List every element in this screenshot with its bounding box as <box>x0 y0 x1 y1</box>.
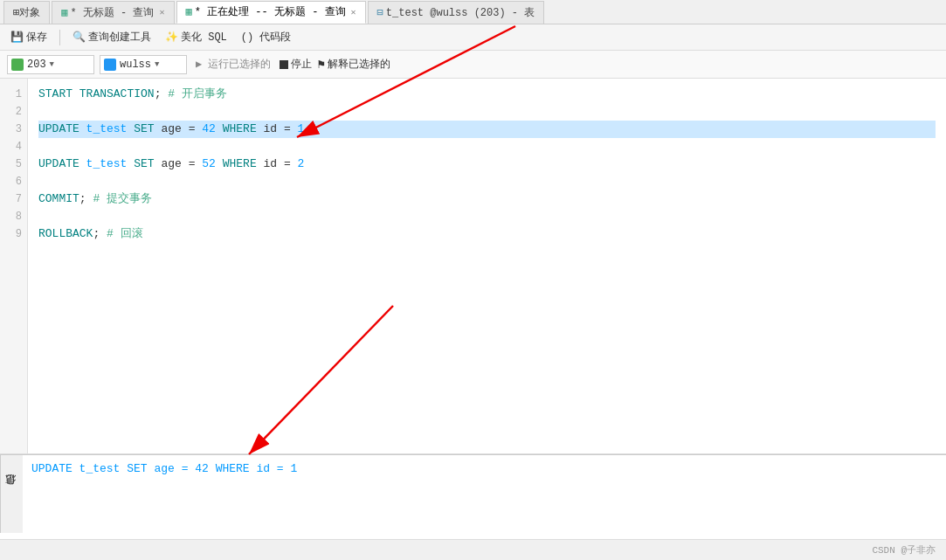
code-line-2 <box>38 103 936 121</box>
tab-table[interactable]: ⊟ t_test @wulss (203) - 表 <box>368 1 545 24</box>
close-icon-active[interactable]: ✕ <box>351 7 356 17</box>
line-num-2: 2 <box>0 103 27 121</box>
line-num-7: 7 <box>0 190 27 208</box>
tab-processing-query[interactable]: ▦ * 正在处理 -- 无标题 - 查询 ✕ <box>176 1 366 24</box>
beautify-icon: ✨ <box>165 31 178 44</box>
db-green-icon <box>11 59 24 71</box>
line-num-6: 6 <box>0 173 27 190</box>
chevron-down-icon-2: ▼ <box>155 60 159 69</box>
line-num-5: 5 <box>0 156 27 173</box>
status-bar: CSDN @子非亦 <box>0 539 946 560</box>
explain-icon: ⚑ <box>317 57 324 72</box>
query-tool-icon: 🔍 <box>73 31 86 44</box>
code-line-6 <box>38 173 936 190</box>
toolbar-separator <box>59 30 60 45</box>
object-icon: ⊞ <box>13 6 19 19</box>
info-panel: 信息 UPDATE t_test SET age = 42 WHERE id =… <box>0 454 946 533</box>
beautify-button[interactable]: ✨ 美化 SQL <box>162 28 231 46</box>
tab-object[interactable]: ⊞ 对象 <box>3 1 50 24</box>
query-icon: ▦ <box>61 6 67 19</box>
explain-button[interactable]: ⚑ 解释已选择的 <box>317 57 390 72</box>
query-icon-active: ▦ <box>186 5 192 18</box>
db-selector-2[interactable]: wulss ▼ <box>100 55 187 74</box>
code-line-7: COMMIT; # 提交事务 <box>38 190 936 208</box>
code-line-1: START TRANSACTION; # 开启事务 <box>38 86 936 103</box>
close-icon[interactable]: ✕ <box>159 7 164 17</box>
code-snippet-button[interactable]: () 代码段 <box>238 28 295 46</box>
chevron-down-icon: ▼ <box>50 60 54 69</box>
line-num-1: 1 <box>0 86 27 103</box>
code-line-5: UPDATE t_test SET age = 52 WHERE id = 2 <box>38 156 936 173</box>
save-icon: 💾 <box>10 31 24 44</box>
query-tool-button[interactable]: 🔍 查询创建工具 <box>69 28 155 46</box>
action-bar: 203 ▼ wulss ▼ ▶ 运行已选择的 停止 ⚑ 解释已选择的 <box>0 51 946 79</box>
status-label: CSDN @子非亦 <box>872 543 936 557</box>
line-num-8: 8 <box>0 208 27 225</box>
editor-body[interactable]: START TRANSACTION; # 开启事务 UPDATE t_test … <box>28 79 946 453</box>
line-numbers: 1 2 3 4 5 6 7 8 9 <box>0 79 28 453</box>
db-blue-icon <box>104 59 116 71</box>
code-line-4 <box>38 138 936 156</box>
db-selector-1[interactable]: 203 ▼ <box>7 55 94 74</box>
tab-untitled-query[interactable]: ▦ * 无标题 - 查询 ✕ <box>52 1 174 24</box>
info-tab[interactable]: 信息 <box>0 455 23 533</box>
editor-container: 1 2 3 4 5 6 7 8 9 START TRANSACTION; # 开… <box>0 79 946 454</box>
run-selected-button[interactable]: ▶ 运行已选择的 <box>192 55 274 73</box>
info-content: UPDATE t_test SET age = 42 WHERE id = 1 <box>23 455 946 533</box>
code-line-9: ROLLBACK; # 回滚 <box>38 225 936 243</box>
line-num-3: 3 <box>0 121 27 138</box>
save-button[interactable]: 💾 保存 <box>7 28 51 46</box>
table-icon: ⊟ <box>377 6 383 19</box>
line-num-4: 4 <box>0 138 27 156</box>
stop-button[interactable]: 停止 <box>280 57 312 72</box>
toolbar: 💾 保存 🔍 查询创建工具 ✨ 美化 SQL () 代码段 <box>0 24 946 51</box>
stop-icon <box>280 60 288 69</box>
code-line-3: UPDATE t_test SET age = 42 WHERE id = 1 <box>38 121 936 138</box>
tab-bar: ⊞ 对象 ▦ * 无标题 - 查询 ✕ ▦ * 正在处理 -- 无标题 - 查询… <box>0 0 946 24</box>
line-num-9: 9 <box>0 225 27 243</box>
code-line-8 <box>38 208 936 225</box>
